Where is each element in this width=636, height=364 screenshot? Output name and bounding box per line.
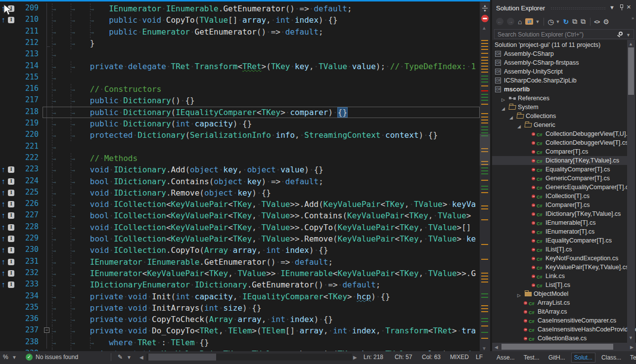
code-line-219[interactable]: 219→→public·Dictionary(int·capacity)·{} (0, 118, 492, 129)
tree-item-file[interactable]: C#IEqualityComparer[T].cs (492, 236, 627, 245)
solution-explorer-header[interactable]: Solution Explorer ▼ × (492, 0, 636, 15)
code-line-221[interactable]: 221→ (0, 141, 492, 153)
tree-item-file[interactable]: C#ICollection[T].cs (492, 192, 627, 201)
inheritance-margin-icon[interactable]: ↑I (1, 223, 18, 232)
scroll-up-arrow-icon[interactable]: ▲ (482, 25, 487, 31)
inheritance-margin-icon[interactable]: ↑I (1, 245, 18, 255)
line-number[interactable]: 234 (18, 291, 39, 300)
pin-icon[interactable] (619, 4, 624, 11)
code-line-225[interactable]: ↑I225→→void·IDictionary.Remove(object·ke… (0, 187, 492, 199)
code-line-223[interactable]: ↑I223→→void·IDictionary.Add(object·key,·… (0, 164, 492, 175)
line-number[interactable]: 230 (18, 245, 39, 254)
code-line-233[interactable]: ↑I233→→IDictionaryEnumerator·IDictionary… (0, 279, 492, 290)
line-number[interactable]: 225 (18, 188, 39, 197)
code-line-228[interactable]: ↑I228→→void·ICollection<KeyValuePair<TKe… (0, 222, 492, 233)
tree-item-file[interactable]: C#GenericComparer[T].cs (492, 174, 627, 183)
tree-hscrollbar-thumb[interactable] (501, 344, 613, 350)
tree-vertical-scrollbar[interactable]: ▲ ▼ (627, 40, 635, 343)
line-number[interactable]: 216 (18, 84, 39, 93)
tool-window-tab[interactable]: GitH... (545, 353, 568, 363)
editor-vertical-scrollbar[interactable]: ▲▼ ▲ ▼ (480, 1, 490, 351)
home-icon[interactable]: ⌂ (518, 18, 522, 26)
line-number[interactable]: 229 (18, 234, 39, 243)
tool-window-tab[interactable]: Class... (598, 353, 624, 363)
tree-item-references[interactable]: ▷References (492, 94, 627, 103)
tree-scroll-down-icon[interactable]: ▼ (629, 335, 633, 340)
line-number[interactable]: 237 (18, 325, 39, 334)
inheritance-margin-icon[interactable]: ↑I (1, 280, 18, 289)
collapse-region-icon[interactable]: − (44, 327, 49, 333)
code-line-216[interactable]: 216→→//·Constructors (0, 83, 492, 95)
tree-item-folder-open[interactable]: ◢System (492, 103, 627, 112)
line-number[interactable]: 220 (18, 130, 39, 139)
tree-item-file[interactable]: C#List[T].cs (492, 281, 627, 289)
code-line-227[interactable]: ↑I227→→bool·ICollection<KeyValuePair<TKe… (0, 210, 492, 221)
issues-status-text[interactable]: No issues found (36, 354, 78, 361)
inheritance-margin-icon[interactable]: ↑I (1, 211, 18, 220)
tree-item-file[interactable]: C#IDictionary[TKey,TValue].cs (492, 209, 627, 218)
line-number[interactable]: 213 (18, 49, 39, 58)
line-number[interactable]: 228 (18, 222, 39, 231)
inheritance-margin-icon[interactable]: ↑I (1, 177, 18, 186)
line-number[interactable]: 209 (18, 3, 39, 12)
search-input[interactable]: Search Solution Explorer (Ctrl+") ▼ (494, 29, 634, 39)
code-line-234[interactable]: 234→→private·void·Init(int·capacity,·IEq… (0, 291, 492, 302)
tree-hscroll-left-icon[interactable]: ◀ (495, 345, 498, 350)
pending-changes-filter-icon-dropdown-caret[interactable]: ▼ (556, 19, 560, 24)
tree-scroll-up-icon[interactable]: ▲ (629, 41, 633, 46)
code-line-231[interactable]: ↑I231→→IEnumerator·IEnumerable.GetEnumer… (0, 256, 492, 268)
search-options-caret-icon[interactable]: ▼ (626, 33, 631, 38)
line-number[interactable]: 222 (18, 153, 39, 162)
inheritance-margin-icon[interactable]: ↑I (1, 165, 18, 174)
line-number[interactable]: 238 (18, 337, 39, 346)
line-number[interactable]: 215 (18, 73, 39, 81)
tree-item-file[interactable]: C#CollectionBase.cs (492, 334, 627, 343)
tool-window-tab[interactable]: Test... (521, 353, 543, 363)
tree-item-file[interactable]: C#CollectionDebuggerView[T].cs (492, 138, 627, 147)
tree-item-file[interactable]: C#Comparer[T].cs (492, 147, 627, 156)
line-number[interactable]: 235 (18, 303, 39, 312)
code-cleanup-caret-icon[interactable]: ▼ (127, 355, 132, 360)
code-line-226[interactable]: ↑I226→→void·ICollection<KeyValuePair<TKe… (0, 199, 492, 210)
tree-item-project[interactable]: C#ICSharpCode.SharpZipLib (492, 76, 627, 85)
tree-item-file[interactable]: C#KeyNotFoundException.cs (492, 254, 627, 263)
code-line-213[interactable]: 213→ (0, 49, 492, 60)
tree-item-folder-open[interactable]: ◢Collections (492, 112, 627, 121)
code-line-210[interactable]: ↑I210→→→public·void·CopyTo(TValue[]·arra… (0, 14, 492, 26)
tree-horizontal-scrollbar[interactable]: ◀ ▶ (492, 343, 636, 351)
line-number[interactable]: 219 (18, 119, 39, 127)
view-code-icon[interactable]: <> (594, 19, 599, 25)
code-line-230[interactable]: ↑I230→→void·ICollection.CopyTo(Array·arr… (0, 244, 492, 256)
tree-scrollbar-thumb[interactable] (628, 47, 634, 95)
pending-changes-filter-icon[interactable]: ◷ (547, 18, 553, 26)
zoom-dropdown-caret-icon[interactable]: ▼ (12, 355, 17, 360)
code-line-224[interactable]: ↑I224→→bool·IDictionary.Contains(object·… (0, 176, 492, 187)
back-icon[interactable]: ← (496, 18, 503, 25)
editor-scrollbar-thumb[interactable] (480, 134, 490, 165)
tree-item-file[interactable]: C#Dictionary[TKey,TValue].cs (492, 156, 627, 165)
tree-item-file[interactable]: C#CollectionDebuggerView[T,U].cs (492, 129, 627, 138)
zoom-level-control[interactable]: % (3, 354, 8, 361)
inheritance-margin-icon[interactable]: ↑I (1, 188, 18, 198)
tree-hscroll-right-icon[interactable]: ▶ (630, 345, 634, 350)
line-number[interactable]: 221 (18, 142, 39, 151)
tree-item-file[interactable]: C#CaseInsensitiveHashCodeProvider.cs (492, 325, 627, 334)
tree-item-project[interactable]: C#Assembly-CSharp (492, 49, 627, 58)
code-line-237[interactable]: 237→→private·void·Do_CopyTo<TRet,·TElem>… (0, 325, 492, 336)
scroll-down-arrow-icon[interactable]: ▼ (482, 346, 487, 351)
toolbar-overflow-icon[interactable]: » (632, 16, 634, 21)
tree-item-file[interactable]: C#KeyValuePair[TKey,TValue].cs (492, 263, 627, 272)
tool-window-tab[interactable]: Tea... (627, 353, 636, 363)
line-number[interactable]: 224 (18, 176, 39, 185)
tree-item-file[interactable]: C#IEnumerable[T].cs (492, 218, 627, 227)
close-icon[interactable]: × (627, 2, 631, 11)
inheritance-margin-icon[interactable]: ↑I (1, 234, 18, 243)
forward-icon[interactable]: → (507, 18, 514, 25)
tree-item-file[interactable]: C#CaseInsensitiveComparer.cs (492, 316, 627, 325)
code-editor[interactable]: ↑I209→→→IEnumerator·IEnumerable.GetEnume… (0, 0, 492, 351)
line-number[interactable]: 233 (18, 280, 39, 288)
collapse-all-icon[interactable]: ⧉ (572, 17, 577, 26)
sync-active-document-icon-dropdown-caret[interactable]: ▼ (535, 19, 540, 24)
window-position-chevron-icon[interactable]: ▼ (609, 4, 615, 10)
tree-item-file[interactable]: C#IList[T].cs (492, 245, 627, 254)
